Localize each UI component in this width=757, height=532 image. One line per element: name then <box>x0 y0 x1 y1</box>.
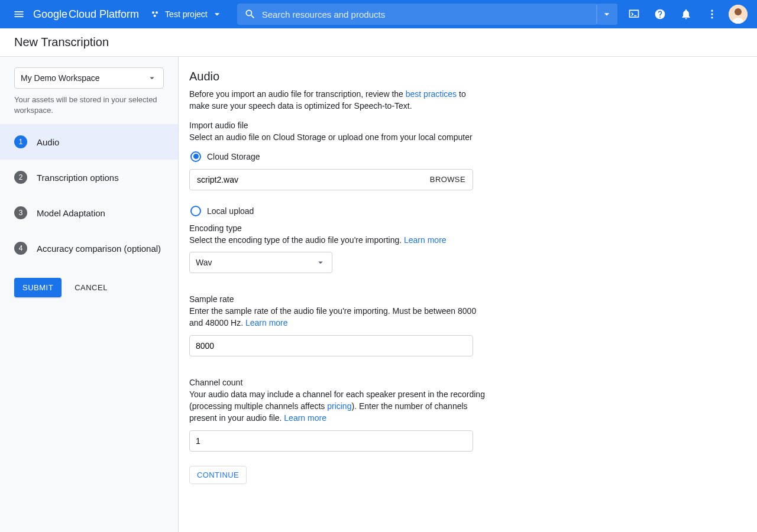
cloud-storage-file-row: BROWSE <box>189 169 473 190</box>
caret-down-icon <box>315 257 326 268</box>
radio-label: Local upload <box>207 206 254 216</box>
search-container <box>237 4 617 25</box>
submit-button[interactable]: SUBMIT <box>14 278 62 297</box>
channel-count-desc: Your audio data may include a channel fo… <box>189 388 485 424</box>
step-number: 1 <box>14 135 27 148</box>
svg-point-4 <box>711 13 713 15</box>
caret-down-icon <box>147 73 157 83</box>
section-heading-audio: Audio <box>189 70 485 83</box>
workspace-selected-label: My Demo Workspace <box>21 73 100 83</box>
search-input[interactable] <box>262 9 590 20</box>
more-button[interactable] <box>700 2 724 26</box>
channel-learn-more-link[interactable]: Learn more <box>284 413 326 423</box>
more-vert-icon <box>706 8 718 20</box>
sample-learn-more-link[interactable]: Learn more <box>245 318 288 327</box>
encoding-select[interactable]: Wav <box>189 252 332 273</box>
help-icon <box>654 8 666 20</box>
cloud-shell-icon <box>628 8 640 20</box>
search-icon <box>244 8 256 20</box>
step-audio[interactable]: 1 Audio <box>0 124 178 160</box>
svg-point-2 <box>154 15 156 17</box>
gcp-logo[interactable]: Google Cloud Platform <box>33 8 139 21</box>
notifications-button[interactable] <box>674 2 698 26</box>
step-accuracy-comparison[interactable]: 4 Accuracy comparison (optional) <box>0 231 178 266</box>
encoding-value: Wav <box>196 258 212 267</box>
step-label: Accuracy comparison (optional) <box>37 244 161 254</box>
sidebar-actions: SUBMIT CANCEL <box>0 266 178 309</box>
avatar <box>729 5 748 24</box>
left-sidebar: My Demo Workspace Your assets will be st… <box>0 57 179 532</box>
main-content: Audio Before you import an audio file fo… <box>179 57 757 532</box>
svg-point-5 <box>711 17 713 18</box>
radio-icon <box>190 151 201 162</box>
project-icon <box>151 9 160 19</box>
workspace-select[interactable]: My Demo Workspace <box>14 67 164 89</box>
svg-point-1 <box>156 11 158 14</box>
logo-cloud-platform: Cloud Platform <box>69 8 139 21</box>
channel-count-input[interactable] <box>189 430 473 452</box>
svg-point-7 <box>735 8 742 15</box>
project-picker[interactable]: Test project <box>151 8 223 20</box>
import-audio-title: Import audio file <box>189 121 485 130</box>
step-label: Transcription options <box>37 173 119 183</box>
workspace-help-text: Your assets will be stored in your selec… <box>0 95 178 116</box>
menu-icon <box>13 8 25 20</box>
sample-rate-desc: Enter the sample rate of the audio file … <box>189 305 485 329</box>
intro-paragraph: Before you import an audio file for tran… <box>189 88 485 112</box>
step-transcription-options[interactable]: 2 Transcription options <box>0 160 178 195</box>
help-button[interactable] <box>648 2 672 26</box>
step-label: Model Adaptation <box>37 208 105 218</box>
cancel-button[interactable]: CANCEL <box>75 283 108 292</box>
encoding-title: Encoding type <box>189 223 485 233</box>
cloud-storage-file-input[interactable] <box>197 175 430 184</box>
step-label: Audio <box>37 137 59 147</box>
step-list: 1 Audio 2 Transcription options 3 Model … <box>0 124 178 266</box>
caret-down-icon <box>601 8 613 20</box>
step-model-adaptation[interactable]: 3 Model Adaptation <box>0 195 178 231</box>
pricing-link[interactable]: pricing <box>327 401 351 411</box>
radio-icon <box>190 206 201 216</box>
account-avatar-button[interactable] <box>726 2 750 26</box>
search-dropdown-button[interactable] <box>596 4 617 25</box>
sample-rate-title: Sample rate <box>189 294 485 304</box>
search-box[interactable] <box>237 4 597 25</box>
step-number: 3 <box>14 206 27 219</box>
svg-point-3 <box>711 10 713 12</box>
radio-label: Cloud Storage <box>207 152 260 161</box>
top-app-bar: Google Cloud Platform Test project <box>0 0 757 28</box>
page-title-bar: New Transcription <box>0 28 757 57</box>
svg-point-0 <box>152 11 154 14</box>
top-right-icons <box>622 2 750 26</box>
caret-down-icon <box>211 8 223 20</box>
page-title: New Transcription <box>14 35 109 49</box>
browse-button[interactable]: BROWSE <box>430 175 465 184</box>
radio-local-upload[interactable]: Local upload <box>190 206 485 216</box>
continue-button[interactable]: CONTINUE <box>189 466 247 484</box>
project-name-label: Test project <box>165 9 208 19</box>
logo-google: Google <box>33 8 67 21</box>
channel-count-title: Channel count <box>189 378 485 387</box>
page-body: My Demo Workspace Your assets will be st… <box>0 57 757 532</box>
step-number: 4 <box>14 242 27 255</box>
encoding-learn-more-link[interactable]: Learn more <box>404 235 447 245</box>
encoding-desc: Select the encoding type of the audio fi… <box>189 234 485 246</box>
radio-cloud-storage[interactable]: Cloud Storage <box>190 151 485 162</box>
bell-icon <box>680 8 692 20</box>
cloud-shell-button[interactable] <box>622 2 646 26</box>
hamburger-menu-button[interactable] <box>7 2 31 26</box>
import-audio-desc: Select an audio file on Cloud Storage or… <box>189 131 485 143</box>
step-number: 2 <box>14 171 27 184</box>
best-practices-link[interactable]: best practices <box>406 89 457 99</box>
sample-rate-input[interactable] <box>189 335 473 356</box>
